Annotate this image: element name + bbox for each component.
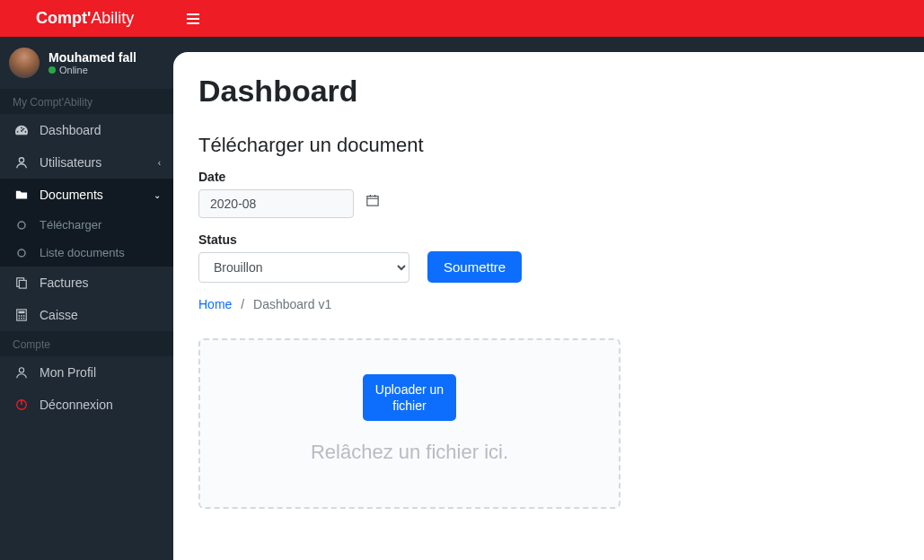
status-label: Status [198,232,409,247]
sidebar-item-label: Utilisateurs [40,155,101,170]
file-dropzone[interactable]: Uploader unfichier Relâchez un fichier i… [198,338,620,509]
calendar-icon[interactable] [366,194,379,214]
date-input[interactable] [198,189,354,218]
svg-point-0 [19,158,23,162]
menu-toggle[interactable] [173,13,213,24]
svg-point-1 [18,222,25,229]
section-title: Télécharger un document [198,134,899,157]
breadcrumb-sep: / [241,297,244,311]
breadcrumb: Home / Dashboard v1 [198,297,899,311]
sidebar-item-label: Dashboard [40,123,101,137]
circle-icon [13,249,31,258]
svg-point-9 [23,315,25,317]
svg-rect-4 [19,280,26,288]
circle-icon [13,221,31,230]
sidebar-item-users[interactable]: Utilisateurs ‹ [0,146,173,179]
svg-point-10 [19,318,21,319]
svg-point-11 [21,318,22,319]
calculator-icon [13,309,31,321]
sidebar-item-label: Caisse [40,308,78,322]
breadcrumb-home[interactable]: Home [198,297,232,311]
sidebar-item-label: Documents [40,188,103,202]
sidebar: Mouhamed fall Online My Compt'Ability Da… [0,37,173,560]
user-panel[interactable]: Mouhamed fall Online [0,37,173,89]
nav-header-app: My Compt'Ability [0,89,173,114]
user-name: Mouhamed fall [48,50,136,65]
hamburger-icon [187,13,199,24]
svg-point-13 [19,368,23,372]
sidebar-item-cash[interactable]: Caisse [0,299,173,331]
sidebar-item-label: Factures [40,276,88,290]
sidebar-item-logout[interactable]: Déconnexion [0,389,173,421]
user-icon [13,156,31,169]
svg-point-8 [21,315,22,317]
svg-rect-6 [19,311,25,314]
svg-rect-16 [367,197,378,206]
svg-point-12 [23,318,25,319]
svg-point-2 [18,249,25,257]
breadcrumb-current: Dashboard v1 [253,297,331,311]
folder-icon [13,188,31,201]
chevron-left-icon: ‹ [158,158,161,168]
sidebar-item-dashboard[interactable]: Dashboard [0,114,173,146]
upload-file-button[interactable]: Uploader unfichier [363,374,456,421]
sidebar-item-label: Déconnexion [40,398,113,412]
page-title: Dashboard [198,74,899,109]
user-outline-icon [13,366,31,379]
tachometer-icon [13,124,31,136]
sidebar-sub-download[interactable]: Télécharger [0,211,173,239]
chevron-down-icon: ⌄ [154,190,161,200]
date-label: Date [198,170,899,184]
sidebar-item-profile[interactable]: Mon Profil [0,356,173,389]
power-icon [13,398,31,411]
nav-header-account: Compte [0,331,173,356]
status-dot-icon [48,66,56,74]
sidebar-item-invoices[interactable]: Factures [0,267,173,299]
sidebar-item-documents[interactable]: Documents ⌄ [0,179,173,211]
submit-button[interactable]: Soumettre [427,251,522,283]
copy-icon [13,276,31,289]
status-select[interactable]: Brouillon [198,252,409,283]
user-status: Online [48,65,136,75]
sidebar-sub-list-documents[interactable]: Liste documents [0,239,173,267]
avatar [9,48,40,78]
brand-logo[interactable]: Compt'Ability [0,0,173,37]
sidebar-item-label: Liste documents [40,246,125,259]
sidebar-item-label: Mon Profil [40,365,96,380]
sidebar-item-label: Télécharger [40,218,101,232]
svg-point-7 [19,315,21,317]
drop-hint: Relâchez un fichier ici. [311,441,508,464]
